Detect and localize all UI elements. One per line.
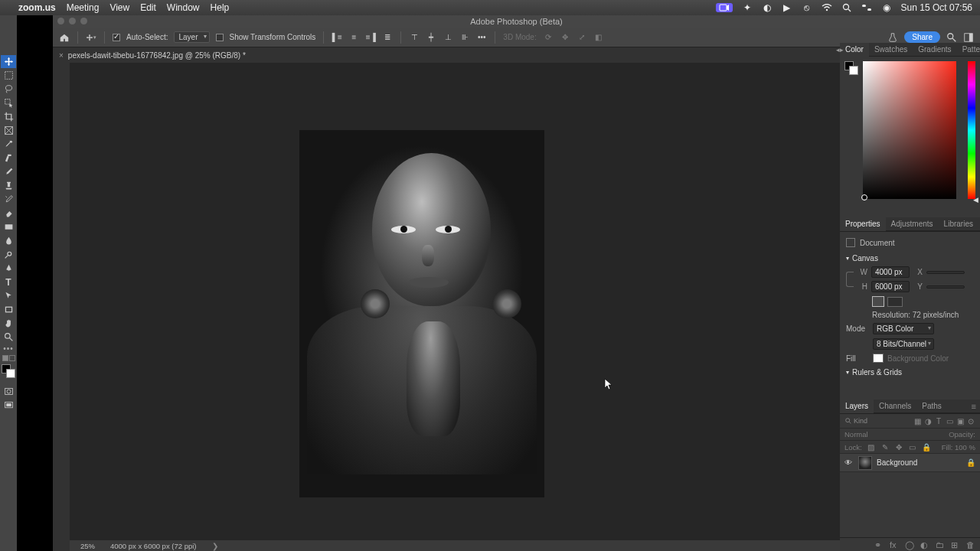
status-icon[interactable]: ◐ bbox=[762, 2, 773, 13]
status-icon[interactable]: ✦ bbox=[742, 2, 753, 13]
filter-kind-dropdown[interactable]: Kind bbox=[854, 417, 867, 425]
link-wh-icon[interactable] bbox=[846, 272, 854, 287]
auto-select-dropdown[interactable]: Layer bbox=[174, 31, 209, 43]
orientation-portrait-button[interactable] bbox=[872, 296, 884, 307]
move-tool[interactable] bbox=[1, 55, 16, 68]
menubar-app-name[interactable]: zoom.us bbox=[18, 2, 56, 13]
new-layer-icon[interactable]: ⊞ bbox=[951, 540, 960, 549]
layer-name[interactable]: Background bbox=[877, 458, 962, 467]
tab-gradients[interactable]: Gradients bbox=[913, 43, 956, 57]
lock-artboard-icon[interactable]: ▭ bbox=[908, 442, 917, 452]
color-field[interactable] bbox=[863, 61, 956, 199]
canvas-width-field[interactable]: 4000 px bbox=[871, 266, 910, 278]
align-overflow-icon[interactable]: ≣ bbox=[382, 32, 393, 43]
blend-mode-dropdown[interactable]: Normal bbox=[844, 430, 941, 439]
pen-tool[interactable] bbox=[1, 262, 16, 275]
layer-fx-icon[interactable]: fx bbox=[890, 540, 899, 549]
brush-tool[interactable] bbox=[1, 165, 16, 178]
filter-shape-icon[interactable]: ▭ bbox=[945, 416, 954, 425]
wifi-icon[interactable] bbox=[822, 2, 832, 13]
search-icon[interactable] bbox=[946, 32, 957, 43]
lasso-tool[interactable] bbox=[1, 83, 16, 96]
hue-slider[interactable] bbox=[968, 61, 975, 199]
lock-position-icon[interactable]: ✥ bbox=[894, 442, 903, 452]
tab-channels[interactable]: Channels bbox=[874, 399, 916, 413]
object-selection-tool[interactable] bbox=[1, 96, 16, 109]
panel-menu-icon[interactable]: ≡ bbox=[968, 399, 980, 413]
hue-slider-caret-icon[interactable]: ◀ bbox=[973, 196, 978, 204]
lock-transparency-icon[interactable]: ▨ bbox=[867, 442, 876, 452]
zoom-tool[interactable] bbox=[1, 331, 16, 344]
close-tab-icon[interactable]: × bbox=[59, 51, 64, 60]
blur-tool[interactable] bbox=[1, 234, 16, 247]
new-group-icon[interactable]: 🗀 bbox=[936, 540, 945, 549]
clone-stamp-tool[interactable] bbox=[1, 179, 16, 192]
orientation-landscape-button[interactable] bbox=[887, 297, 903, 307]
new-adjustment-layer-icon[interactable]: ◐ bbox=[920, 540, 929, 549]
align-left-icon[interactable]: ▌≡ bbox=[332, 32, 342, 43]
screen-mode-icon[interactable] bbox=[1, 399, 16, 412]
color-mode-dropdown[interactable]: RGB Color bbox=[873, 323, 934, 334]
tab-layers[interactable]: Layers bbox=[840, 399, 874, 413]
eyedropper-tool[interactable] bbox=[1, 138, 16, 151]
tab-properties[interactable]: Properties bbox=[840, 217, 886, 231]
distribute-v-icon[interactable]: ┿ bbox=[426, 32, 436, 43]
more-align-icon[interactable]: ••• bbox=[476, 32, 487, 43]
workspace-switcher-icon[interactable] bbox=[963, 32, 974, 43]
status-icon[interactable]: ⎋ bbox=[802, 2, 812, 13]
layer-search-icon[interactable] bbox=[844, 417, 852, 425]
rulers-grids-section-toggle[interactable]: ▾Rulers & Grids bbox=[846, 368, 974, 377]
align-right-icon[interactable]: ≡▐ bbox=[365, 32, 376, 43]
align-center-h-icon[interactable]: ≡ bbox=[348, 32, 359, 43]
collapse-arrows-icon[interactable]: ◂▸ bbox=[831, 43, 849, 57]
document-canvas[interactable] bbox=[299, 130, 544, 497]
window-traffic-lights[interactable] bbox=[57, 18, 87, 24]
eraser-tool[interactable] bbox=[1, 207, 16, 220]
menubar-item-view[interactable]: View bbox=[109, 2, 129, 13]
edit-toolbar-icon[interactable] bbox=[2, 355, 15, 361]
quick-mask-icon[interactable] bbox=[1, 385, 16, 398]
layer-thumbnail[interactable] bbox=[858, 456, 872, 470]
screen-record-indicator-icon[interactable] bbox=[716, 3, 733, 12]
status-icon[interactable]: ▶ bbox=[782, 2, 792, 13]
more-tools-icon[interactable]: ••• bbox=[3, 344, 14, 352]
gradient-tool[interactable] bbox=[1, 220, 16, 233]
menubar-item-edit[interactable]: Edit bbox=[140, 2, 156, 13]
home-icon[interactable] bbox=[59, 32, 70, 43]
canvas-y-field[interactable] bbox=[926, 285, 965, 289]
menubar-clock[interactable]: Sun 15 Oct 07:56 bbox=[901, 2, 972, 13]
canvas-section-toggle[interactable]: ▾Canvas bbox=[846, 254, 974, 262]
menubar-item-meeting[interactable]: Meeting bbox=[67, 2, 100, 13]
filter-pixel-icon[interactable]: ▦ bbox=[913, 416, 922, 425]
tab-swatches[interactable]: Swatches bbox=[869, 43, 913, 57]
path-selection-tool[interactable] bbox=[1, 289, 16, 302]
canvas-area[interactable] bbox=[70, 63, 840, 540]
type-tool[interactable]: T bbox=[1, 276, 16, 289]
distribute-bottom-icon[interactable]: ⊥ bbox=[443, 32, 453, 43]
distribute-top-icon[interactable]: ⊤ bbox=[409, 32, 420, 43]
filter-type-icon[interactable]: T bbox=[934, 416, 943, 425]
delete-layer-icon[interactable]: 🗑 bbox=[966, 540, 975, 549]
layer-row[interactable]: 👁 Background 🔒 bbox=[840, 454, 980, 472]
share-button[interactable]: Share bbox=[904, 31, 940, 43]
search-spotlight-icon[interactable] bbox=[841, 2, 852, 13]
canvas-x-field[interactable] bbox=[926, 271, 965, 274]
layer-visibility-icon[interactable]: 👁 bbox=[844, 458, 854, 467]
crop-tool[interactable] bbox=[1, 110, 16, 123]
document-tab[interactable]: × pexels-dawit-tibebu-16776842.jpg @ 25%… bbox=[59, 51, 246, 60]
show-transform-checkbox[interactable] bbox=[216, 34, 224, 41]
filter-adjust-icon[interactable]: ◑ bbox=[923, 416, 933, 425]
history-brush-tool[interactable] bbox=[1, 193, 16, 206]
tab-paths[interactable]: Paths bbox=[916, 399, 947, 413]
add-mask-icon[interactable]: ◯ bbox=[905, 540, 914, 549]
rectangle-shape-tool[interactable] bbox=[1, 303, 16, 316]
siri-icon[interactable]: ◉ bbox=[881, 2, 892, 13]
menubar-item-window[interactable]: Window bbox=[167, 2, 200, 13]
lock-pixels-icon[interactable]: ✎ bbox=[880, 442, 890, 452]
canvas-height-field[interactable]: 6000 px bbox=[871, 281, 910, 292]
hand-tool[interactable] bbox=[1, 317, 16, 330]
rectangular-marquee-tool[interactable] bbox=[1, 69, 16, 82]
move-tool-preset-icon[interactable]: ▾ bbox=[86, 32, 96, 43]
filter-smart-icon[interactable]: ▣ bbox=[956, 416, 965, 425]
tab-patterns[interactable]: Patterns bbox=[957, 43, 980, 57]
